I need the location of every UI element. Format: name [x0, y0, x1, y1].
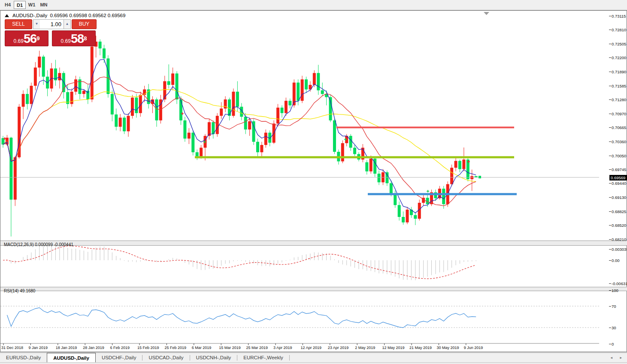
price-axis-label: 0.70665	[612, 125, 626, 130]
candle-body	[260, 145, 263, 152]
chart-tab-eurchf[interactable]: EURCHF-,Weekly	[237, 353, 289, 362]
price-axis-label: 0.69130	[612, 195, 626, 200]
candle-body	[244, 117, 247, 129]
candle-body	[236, 92, 239, 107]
candle-body	[313, 73, 316, 85]
candle-body	[188, 132, 191, 138]
candle-body	[248, 121, 251, 129]
candle-body	[183, 120, 186, 138]
price-axis-label: 0.70050	[612, 153, 626, 158]
buy-price-pip: 8	[84, 35, 87, 42]
sell-price-box[interactable]: 0.69569	[5, 30, 48, 46]
candle-body	[280, 108, 283, 113]
buy-button[interactable]: BUY	[72, 19, 97, 29]
price-axis-label: 0.68210	[612, 237, 626, 242]
candle-body	[135, 98, 138, 113]
date-axis-label: 31 Dec 2018	[1, 346, 23, 350]
candle-body	[305, 79, 308, 89]
chart-tab-usdchf[interactable]: USDCHF-,Daily	[96, 353, 142, 362]
timeframe-button-d1[interactable]: D1	[14, 1, 26, 9]
price-axis-label: 0.72505	[612, 42, 626, 46]
candle-body	[256, 142, 259, 152]
buy-price-main: 58	[71, 32, 84, 45]
price-axis-label: 0.69745	[612, 167, 626, 172]
candle-body	[385, 172, 388, 183]
candle-body	[454, 161, 457, 168]
candle-body	[333, 120, 336, 152]
macd-axis-label: 0.00	[612, 258, 620, 263]
collapse-trade-panel-icon[interactable]	[5, 14, 9, 17]
chart-tab-usdcad[interactable]: USDCAD-,Daily	[142, 353, 189, 362]
candle-body	[353, 148, 356, 154]
volume-decrease-icon[interactable]: ▼	[33, 19, 40, 29]
chart-tab-eurusd[interactable]: EURUSD-,Daily	[0, 353, 47, 362]
candle-body	[220, 108, 223, 116]
candle-body	[321, 90, 324, 94]
macd-signal-line	[3, 246, 476, 279]
candle-body	[216, 116, 219, 134]
candle-body	[191, 132, 194, 152]
timeframe-toolbar: H4D1W1MN	[0, 0, 627, 10]
chart-tab-audusd[interactable]: AUDUSD-,Daily	[47, 353, 96, 363]
tab-scroll-left-icon[interactable]: ◂	[610, 355, 612, 360]
candle-body	[288, 101, 291, 105]
chart-canvas[interactable]	[0, 11, 627, 352]
candle-body	[232, 92, 235, 116]
ohlc-readout: 0.69596 0.69598 0.69562 0.69569	[50, 13, 126, 18]
candle-body	[470, 176, 473, 179]
candle-body	[196, 152, 199, 156]
candle-body	[341, 143, 344, 161]
date-axis-label: 28 Jan 2019	[83, 346, 104, 350]
macd-splitter[interactable]	[0, 241, 627, 246]
price-marker-icon	[479, 176, 481, 178]
timeframe-button-h4[interactable]: H4	[2, 1, 14, 9]
sell-price-main: 56	[24, 32, 36, 45]
candle-body	[103, 48, 106, 58]
candle-body	[62, 73, 65, 92]
candle-body	[398, 205, 401, 217]
chart-tab-usdcnh[interactable]: USDCNH-,Daily	[190, 353, 237, 362]
volume-input[interactable]	[40, 19, 64, 29]
symbol-title: AUDUSD-,Daily	[12, 13, 47, 18]
candle-body	[115, 114, 118, 127]
buy-price-box[interactable]: 0.69588	[52, 30, 96, 46]
candle-body	[394, 194, 397, 205]
chart-window[interactable]: AUDUSD-,Daily 0.69596 0.69598 0.69562 0.…	[0, 10, 627, 352]
tab-scroll-right-icon[interactable]: ▸	[620, 355, 622, 360]
candle-body	[42, 57, 45, 77]
candle-body	[111, 94, 114, 114]
candle-body	[155, 99, 158, 120]
price-axis-label: 0.68520	[612, 223, 626, 228]
timeframe-button-w1[interactable]: W1	[26, 1, 38, 9]
sell-button[interactable]: SELL	[5, 19, 32, 29]
candle-body	[450, 168, 453, 184]
status-strip	[0, 362, 627, 364]
date-axis-label: 6 Feb 2019	[110, 346, 130, 350]
mt4-terminal: H4D1W1MN AUDUSD-,Daily 0.69596 0.69598 0…	[0, 0, 627, 364]
candle-body	[285, 101, 288, 113]
candle-body	[26, 94, 29, 104]
date-axis-label: 2 May 2019	[355, 346, 375, 350]
sell-price-prefix: 0.69	[14, 38, 24, 44]
bid-price-tag: 0.69569	[609, 175, 627, 180]
macd-axis-label: 0.003035	[612, 247, 627, 252]
candle-body	[370, 159, 373, 171]
candle-body	[414, 215, 417, 219]
candle-body	[131, 98, 134, 116]
timeframe-button-mn[interactable]: MN	[38, 1, 50, 9]
date-axis-label: 9 Jun 2019	[464, 346, 483, 350]
candle-body	[442, 189, 445, 204]
candle-body	[406, 210, 409, 223]
date-axis-label: 18 Jan 2019	[56, 346, 77, 350]
candle-body	[378, 174, 381, 182]
sell-price-pip: 9	[36, 35, 39, 42]
candle-body	[106, 58, 109, 94]
volume-increase-icon[interactable]: ▲	[64, 19, 71, 29]
quote-header: AUDUSD-,Daily 0.69596 0.69598 0.69562 0.…	[5, 13, 125, 18]
scroll-to-end-icon[interactable]	[484, 12, 489, 15]
buy-price-prefix: 0.69	[61, 38, 71, 44]
candle-body	[91, 47, 94, 99]
candle-body	[34, 68, 37, 86]
rsi-splitter[interactable]	[0, 287, 627, 291]
candle-body	[127, 116, 130, 131]
